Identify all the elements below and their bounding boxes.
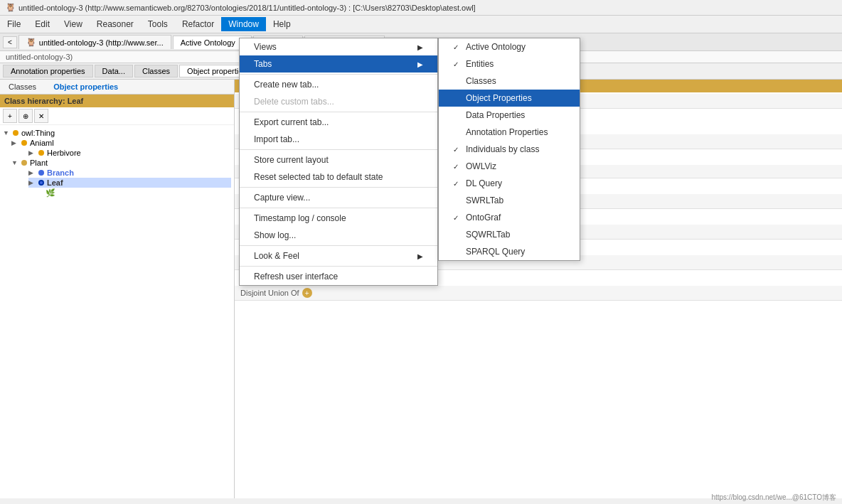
tree-item-leaf[interactable]: ▶ Leaf bbox=[28, 178, 231, 188]
add-subclass-btn[interactable]: ⊕ bbox=[18, 109, 33, 123]
tree-item-branch[interactable]: ▶ Branch bbox=[28, 168, 231, 178]
timestamp-label: Timestamp log / console bbox=[254, 213, 346, 223]
title-bar: 🦉 untitled-ontology-3 (http://www.semant… bbox=[0, 0, 842, 16]
menu-reasoner[interactable]: Reasoner bbox=[90, 17, 141, 31]
expand-arrow-aniaml: ▶ bbox=[11, 139, 18, 146]
window-menu-create-tab[interactable]: Create new tab... bbox=[240, 76, 437, 93]
window-menu-views[interactable]: Views ▶ bbox=[240, 38, 437, 55]
submenu-sqwrltab[interactable]: SQWRLTab bbox=[439, 226, 580, 243]
label-owl-thing: owl:Thing bbox=[21, 129, 55, 137]
panel-header: Classes Object properties bbox=[0, 80, 234, 95]
left-panel: Classes Object properties Class hierarch… bbox=[0, 80, 235, 498]
subtab-classes[interactable]: Classes bbox=[134, 65, 178, 77]
delete-class-btn[interactable]: ✕ bbox=[34, 109, 48, 123]
menu-refactor[interactable]: Refactor bbox=[175, 17, 221, 31]
url-text: untitled-ontology-3) bbox=[6, 53, 73, 61]
window-menu-capture-view[interactable]: Capture view... bbox=[240, 189, 437, 206]
window-menu-refresh-ui[interactable]: Refresh user interface bbox=[240, 268, 437, 285]
label-object-properties: Object Properties bbox=[466, 93, 532, 103]
label-ontograf: OntoGraf bbox=[466, 213, 501, 222]
expand-arrow-herbivore: ▶ bbox=[28, 149, 36, 156]
import-tab-label: Import tab... bbox=[254, 134, 299, 144]
dot-aniaml bbox=[21, 140, 27, 146]
window-menu-store-layout[interactable]: Store current layout bbox=[240, 151, 437, 168]
submenu-annotation-properties[interactable]: Annotation Properties bbox=[439, 124, 580, 141]
label-dl-query: DL Query bbox=[466, 178, 502, 188]
dot-herbivore bbox=[38, 150, 44, 156]
disjoint-union-of-label: Disjoint Union Of bbox=[240, 289, 299, 297]
label-plant: Plant bbox=[30, 159, 48, 167]
window-menu-export-tab[interactable]: Export current tab... bbox=[240, 114, 437, 131]
tree-item-herbivore[interactable]: ▶ Herbivore bbox=[28, 148, 231, 158]
label-classes: Classes bbox=[466, 76, 496, 86]
tree-item-plant[interactable]: ▼ Plant bbox=[11, 158, 231, 168]
submenu-active-ontology[interactable]: ✓ Active Ontology bbox=[439, 38, 580, 55]
submenu-object-properties[interactable]: Object Properties bbox=[439, 90, 580, 107]
export-tab-label: Export current tab... bbox=[254, 117, 329, 127]
views-label: Views bbox=[254, 42, 277, 52]
expand-arrow-leaf: ▶ bbox=[28, 179, 36, 186]
menu-edit[interactable]: Edit bbox=[28, 17, 57, 31]
label-herbivore: Herbivore bbox=[47, 149, 81, 157]
window-menu-show-log[interactable]: Show log... bbox=[240, 227, 437, 244]
label-sqwrltab: SQWRLTab bbox=[466, 230, 510, 240]
views-arrow: ▶ bbox=[417, 43, 423, 51]
add-class-btn[interactable]: + bbox=[3, 109, 17, 123]
class-hierarchy-header: Class hierarchy: Leaf bbox=[0, 95, 234, 107]
tree-item-aniaml[interactable]: ▶ Aniaml bbox=[11, 138, 231, 148]
tab-ontology-icon: 🦉 untitled-ontology-3 (http://www.ser... bbox=[18, 35, 171, 49]
leaf-icon: 🌿 bbox=[46, 188, 55, 198]
label-branch: Branch bbox=[47, 168, 74, 177]
check-dl-query: ✓ bbox=[453, 180, 463, 188]
tabs-submenu: ✓ Active Ontology ✓ Entities Classes Obj… bbox=[438, 38, 580, 261]
expand-arrow-branch: ▶ bbox=[28, 169, 36, 176]
window-menu-timestamp[interactable]: Timestamp log / console bbox=[240, 210, 437, 227]
expand-arrow-owl-thing: ▼ bbox=[3, 129, 10, 136]
tabs-arrow: ▶ bbox=[417, 60, 423, 68]
subtab-annotation-properties[interactable]: Annotation properties bbox=[3, 65, 93, 77]
menu-file[interactable]: File bbox=[0, 17, 28, 31]
refresh-ui-label: Refresh user interface bbox=[254, 272, 338, 282]
separator-6 bbox=[240, 245, 437, 246]
panel-tab-object-properties[interactable]: Object properties bbox=[48, 81, 124, 92]
subtab-data[interactable]: Data... bbox=[95, 65, 133, 77]
check-entities: ✓ bbox=[453, 60, 463, 68]
store-layout-label: Store current layout bbox=[254, 155, 329, 165]
status-bar: https://blog.csdn.net/we...@61CTO博客 bbox=[705, 491, 842, 504]
window-menu-dropdown: Views ▶ Tabs ▶ Create new tab... Delete … bbox=[239, 38, 438, 286]
submenu-data-properties[interactable]: Data Properties bbox=[439, 107, 580, 124]
window-menu-reset-tab[interactable]: Reset selected tab to default state bbox=[240, 168, 437, 186]
menu-window[interactable]: Window bbox=[221, 17, 266, 31]
panel-tab-classes[interactable]: Classes bbox=[3, 81, 42, 92]
submenu-owlviz[interactable]: ✓ OWLViz bbox=[439, 158, 580, 175]
window-menu-import-tab[interactable]: Import tab... bbox=[240, 131, 437, 148]
label-annotation-properties: Annotation Properties bbox=[466, 127, 548, 137]
submenu-ontograf[interactable]: ✓ OntoGraf bbox=[439, 209, 580, 226]
menu-help[interactable]: Help bbox=[266, 17, 298, 31]
delete-tabs-label: Delete custom tabs... bbox=[254, 97, 334, 107]
submenu-sparql-query[interactable]: SPARQL Query bbox=[439, 243, 580, 260]
disjoint-union-of-add-btn[interactable]: + bbox=[302, 288, 312, 298]
label-aniaml: Aniaml bbox=[30, 139, 54, 147]
menu-view[interactable]: View bbox=[57, 17, 90, 31]
menu-bar: File Edit View Reasoner Tools Refactor W… bbox=[0, 16, 842, 33]
submenu-swrltab[interactable]: SWRLTab bbox=[439, 192, 580, 209]
tree-item-owl-thing[interactable]: ▼ owl:Thing bbox=[3, 128, 231, 138]
separator-7 bbox=[240, 266, 437, 267]
separator-5 bbox=[240, 208, 437, 208]
dot-plant bbox=[21, 160, 27, 166]
submenu-individuals-by-class[interactable]: ✓ Individuals by class bbox=[439, 141, 580, 158]
nav-back[interactable]: < bbox=[3, 36, 17, 48]
disjoint-union-of-content bbox=[235, 301, 842, 315]
menu-tools[interactable]: Tools bbox=[141, 17, 175, 31]
disjoint-union-of-header: Disjoint Union Of + bbox=[235, 286, 842, 301]
tabs-label: Tabs bbox=[254, 59, 272, 69]
submenu-entities[interactable]: ✓ Entities bbox=[439, 55, 580, 73]
window-menu-look-feel[interactable]: Look & Feel ▶ bbox=[240, 247, 437, 264]
submenu-classes[interactable]: Classes bbox=[439, 73, 580, 90]
label-data-properties: Data Properties bbox=[466, 110, 525, 120]
capture-view-label: Capture view... bbox=[254, 193, 310, 203]
tab-ontology-label: untitled-ontology-3 (http://www.ser... bbox=[39, 38, 164, 47]
window-menu-tabs[interactable]: Tabs ▶ bbox=[240, 55, 437, 73]
submenu-dl-query[interactable]: ✓ DL Query bbox=[439, 175, 580, 192]
